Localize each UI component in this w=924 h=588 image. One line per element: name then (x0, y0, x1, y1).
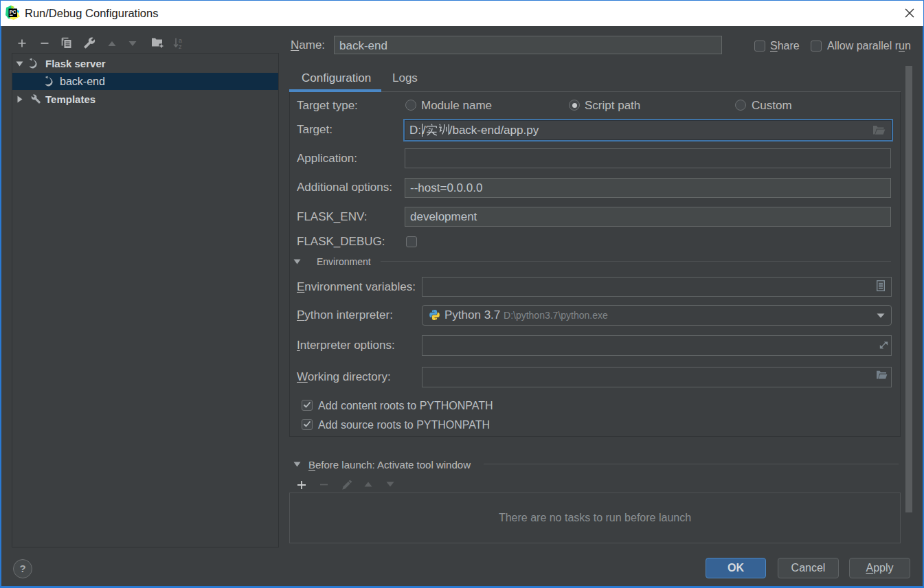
svg-text:z: z (179, 43, 182, 49)
svg-text:PC: PC (10, 9, 17, 15)
